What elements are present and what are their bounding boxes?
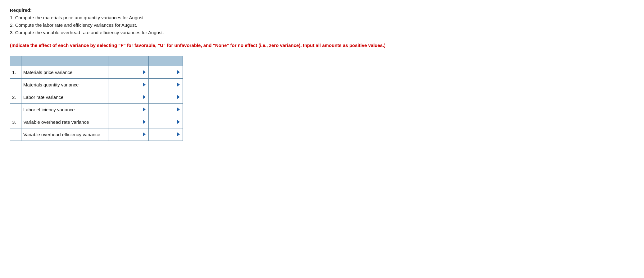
row-3-amount-indicator	[143, 95, 146, 99]
row-3-number: 2.	[10, 91, 21, 103]
col-header-amount	[108, 56, 149, 66]
table-row: 1. Materials price variance	[10, 66, 183, 78]
row-3-amount-input[interactable]	[110, 94, 147, 100]
row-2-effect-input[interactable]	[151, 81, 181, 88]
row-3-effect-cell[interactable]	[149, 91, 183, 103]
row-5-effect-cell[interactable]	[149, 116, 183, 128]
col-header-number	[10, 56, 21, 66]
table-row: 3. Variable overhead rate variance	[10, 116, 183, 128]
row-2-amount-input[interactable]	[110, 81, 147, 88]
row-6-number	[10, 128, 21, 141]
required-item-2: 2. Compute the labor rate and efficiency…	[10, 21, 634, 29]
row-1-effect-indicator	[177, 70, 180, 74]
row-1-amount-indicator	[143, 70, 146, 74]
row-4-amount-cell[interactable]	[108, 103, 149, 116]
row-3-effect-input[interactable]	[151, 94, 181, 100]
row-4-amount-input[interactable]	[110, 106, 147, 113]
row-3-effect-indicator	[177, 95, 180, 99]
row-6-effect-input[interactable]	[151, 131, 181, 138]
col-header-effect	[149, 56, 183, 66]
required-item-1: 1. Compute the materials price and quant…	[10, 14, 634, 21]
row-6-label: Variable overhead efficiency variance	[21, 128, 108, 141]
row-1-effect-input[interactable]	[151, 69, 181, 76]
row-6-amount-indicator	[143, 132, 146, 136]
row-3-label: Labor rate variance	[21, 91, 108, 103]
required-section: Required: 1. Compute the materials price…	[10, 7, 634, 36]
row-1-amount-cell[interactable]	[108, 66, 149, 78]
row-4-amount-indicator	[143, 108, 146, 111]
row-2-effect-cell[interactable]	[149, 78, 183, 91]
table-row: Labor efficiency variance	[10, 103, 183, 116]
row-2-effect-indicator	[177, 83, 180, 86]
row-1-amount-input[interactable]	[110, 69, 147, 76]
row-1-effect-cell[interactable]	[149, 66, 183, 78]
required-item-3: 3. Compute the variable overhead rate an…	[10, 29, 634, 36]
row-5-amount-cell[interactable]	[108, 116, 149, 128]
row-4-label: Labor efficiency variance	[21, 103, 108, 116]
row-5-amount-input[interactable]	[110, 119, 147, 125]
instruction-text: (Indicate the effect of each variance by…	[10, 42, 634, 49]
col-header-description	[21, 56, 108, 66]
variance-table: 1. Materials price variance M	[10, 56, 183, 141]
row-5-effect-indicator	[177, 120, 180, 124]
row-6-effect-cell[interactable]	[149, 128, 183, 141]
table-row: 2. Labor rate variance	[10, 91, 183, 103]
row-2-amount-cell[interactable]	[108, 78, 149, 91]
row-5-amount-indicator	[143, 120, 146, 124]
row-2-amount-indicator	[143, 83, 146, 86]
variance-table-container: 1. Materials price variance M	[10, 56, 183, 141]
row-6-amount-cell[interactable]	[108, 128, 149, 141]
row-2-number	[10, 78, 21, 91]
row-6-amount-input[interactable]	[110, 131, 147, 138]
row-6-effect-indicator	[177, 132, 180, 136]
row-4-effect-indicator	[177, 108, 180, 111]
row-3-amount-cell[interactable]	[108, 91, 149, 103]
required-title: Required:	[10, 7, 634, 13]
row-1-label: Materials price variance	[21, 66, 108, 78]
table-row: Materials quantity variance	[10, 78, 183, 91]
table-row: Variable overhead efficiency variance	[10, 128, 183, 141]
row-4-effect-cell[interactable]	[149, 103, 183, 116]
row-5-effect-input[interactable]	[151, 119, 181, 125]
row-5-label: Variable overhead rate variance	[21, 116, 108, 128]
row-2-label: Materials quantity variance	[21, 78, 108, 91]
row-4-number	[10, 103, 21, 116]
row-5-number: 3.	[10, 116, 21, 128]
row-4-effect-input[interactable]	[151, 106, 181, 113]
row-1-number: 1.	[10, 66, 21, 78]
